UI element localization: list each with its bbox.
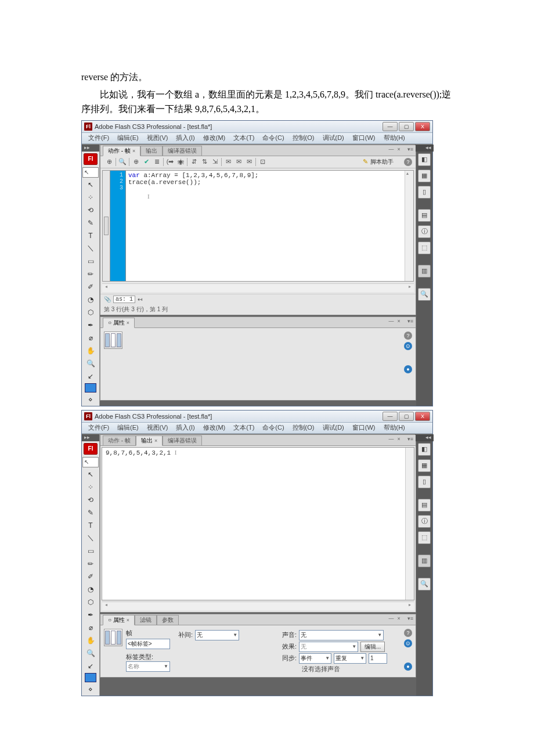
titlebar[interactable]: Fl Adobe Flash CS3 Professional - [test.… [82,121,432,133]
scrollbar-h[interactable]: ◂▸ [102,283,414,292]
color-panel-icon[interactable]: ◧ [418,443,431,456]
selection-tool[interactable]: ↖ [82,167,99,178]
eyedrop-tool[interactable]: ✒ [84,319,98,331]
count-input[interactable]: 1 [369,653,387,664]
menu-debug[interactable]: 调试(D) [319,423,348,432]
close-tab-icon[interactable]: × [132,148,135,154]
tab-param[interactable]: 参数 [157,615,179,625]
bucket-tool[interactable]: ⬡ [84,307,98,318]
search-panel-icon[interactable]: 🔍 [418,578,431,591]
menu-window[interactable]: 窗口(W) [348,134,380,142]
expand-icon[interactable]: ⇲ [210,157,220,167]
menu-insert[interactable]: 插入(I) [172,134,199,142]
nav-icon[interactable]: ↤ [138,296,142,303]
menu-debug[interactable]: 调试(D) [319,134,348,142]
panel-menu-icon[interactable]: ▾≡ [407,615,413,621]
help-icon[interactable]: ? [404,332,412,340]
menu-command[interactable]: 命令(C) [258,134,288,142]
info-panel-icon[interactable]: ⓘ [418,225,431,238]
as-chip[interactable]: as: 1 [113,296,135,303]
transform-panel-icon[interactable]: ⬚ [418,242,431,254]
zoom-tool[interactable]: 🔍 [84,358,98,369]
lasso-tool[interactable]: ⟲ [84,494,98,506]
hand-tool[interactable]: ✋ [84,345,98,357]
fill-color-icon[interactable] [85,383,96,393]
free-transform-tool[interactable]: ⁘ [84,481,98,493]
effect-select[interactable]: 无▼ [299,642,358,652]
hint-icon[interactable]: (➡ [165,157,175,167]
sync-select[interactable]: 事件▼ [299,653,331,664]
stroke-tool[interactable]: ↙ [84,370,98,382]
menu-file[interactable]: 文件(F) [84,134,113,142]
panel-menu-icon[interactable]: ▾≡ [407,146,413,152]
more-tool[interactable]: ⋄ [84,394,98,405]
close-button[interactable]: X [415,412,430,421]
panel-menu-icon[interactable]: ▾≡ [407,436,413,442]
menu-modify[interactable]: 修改(M) [199,423,230,432]
minimize-button[interactable]: — [383,412,398,421]
ink-tool[interactable]: ◔ [84,294,98,305]
text-tool[interactable]: T [84,230,98,242]
panel-close-icon[interactable]: × [397,318,400,324]
menu-edit[interactable]: 编辑(E) [113,423,143,432]
search-panel-icon[interactable]: 🔍 [418,288,431,301]
expand-icon[interactable]: ▸▸ [82,434,99,441]
target-icon[interactable]: ⊕ [131,157,141,167]
menu-control[interactable]: 控制(O) [288,423,319,432]
dock-collapse-icon[interactable]: ◂◂ [415,434,434,441]
tab-properties[interactable]: ○ 属性× [103,615,135,625]
scrollbar-h[interactable]: ◂▸ [102,602,414,610]
panel-close-icon[interactable]: × [397,615,400,621]
code-editor[interactable]: 123 var a:Array = [1,2,3,4,5,6,7,8,9]; t… [102,170,414,282]
check-icon[interactable]: ✔ [141,157,151,167]
tab-output[interactable]: 输出× [136,435,163,446]
pencil-tool[interactable]: ✏ [84,558,98,570]
bucket-tool[interactable]: ⬡ [84,596,98,608]
panel-min-icon[interactable]: — [388,318,394,324]
tab-output[interactable]: 输出 [140,146,163,156]
menu-text[interactable]: 文本(T) [229,423,258,432]
sound-select[interactable]: 无▼ [299,630,384,640]
comment-icon[interactable]: ✉ [223,157,233,167]
tab-errors[interactable]: 编译器错误 [163,435,202,445]
menu-edit[interactable]: 编辑(E) [113,134,143,142]
code-text[interactable]: var a:Array = [1,2,3,4,5,6,7,8,9]; trace… [126,171,405,281]
sidebar-handle-icon[interactable] [104,217,109,235]
panel-close-icon[interactable]: × [397,436,400,442]
collapse2-icon[interactable]: ⇅ [199,157,210,167]
menu-help[interactable]: 帮助(H) [380,134,409,142]
find-icon[interactable]: 🔍 [117,157,128,167]
close-tab-icon[interactable]: × [154,438,157,444]
transform-panel-icon[interactable]: ⬚ [418,531,431,544]
dock-collapse-icon[interactable]: ◂◂ [415,145,434,152]
output-text[interactable]: 9,8,7,6,5,4,3,2,1 I [102,447,414,600]
rect-tool[interactable]: ▭ [84,255,98,267]
expand-icon[interactable]: ▸▸ [82,145,99,152]
tab-actions[interactable]: 动作 - 帧× [103,146,140,156]
debug-icon[interactable]: 🕷 [175,157,186,167]
tab-actions[interactable]: 动作 - 帧 [103,435,136,445]
text-tool[interactable]: T [84,520,98,531]
tween-select[interactable]: 无▼ [195,630,239,640]
maximize-button[interactable]: ▢ [399,122,414,131]
close-tab-icon[interactable]: × [127,617,129,623]
subselect-tool[interactable]: ↖ [84,469,98,480]
scrollbar-v[interactable] [405,448,414,600]
options-icon[interactable]: ⊡ [257,157,268,167]
align-panel-icon[interactable]: ▯ [418,476,431,488]
ink-tool[interactable]: ◔ [84,584,98,595]
swatch-panel-icon[interactable]: ▦ [418,459,431,472]
panel-min-icon[interactable]: — [388,436,394,442]
brush-tool[interactable]: ✐ [84,571,98,582]
pen-tool[interactable]: ✎ [84,217,98,229]
maximize-button[interactable]: ▢ [399,412,414,421]
pencil-tool[interactable]: ✏ [84,268,98,280]
pin-icon[interactable]: 📎 [104,296,111,303]
format-icon[interactable]: ≣ [151,157,162,167]
eraser-tool[interactable]: ⌀ [84,622,98,633]
hand-tool[interactable]: ✋ [84,635,98,646]
rect-tool[interactable]: ▭ [84,545,98,557]
menu-help[interactable]: 帮助(H) [380,423,409,432]
help-icon[interactable]: ? [404,158,412,166]
free-transform-tool[interactable]: ⁘ [84,192,98,203]
